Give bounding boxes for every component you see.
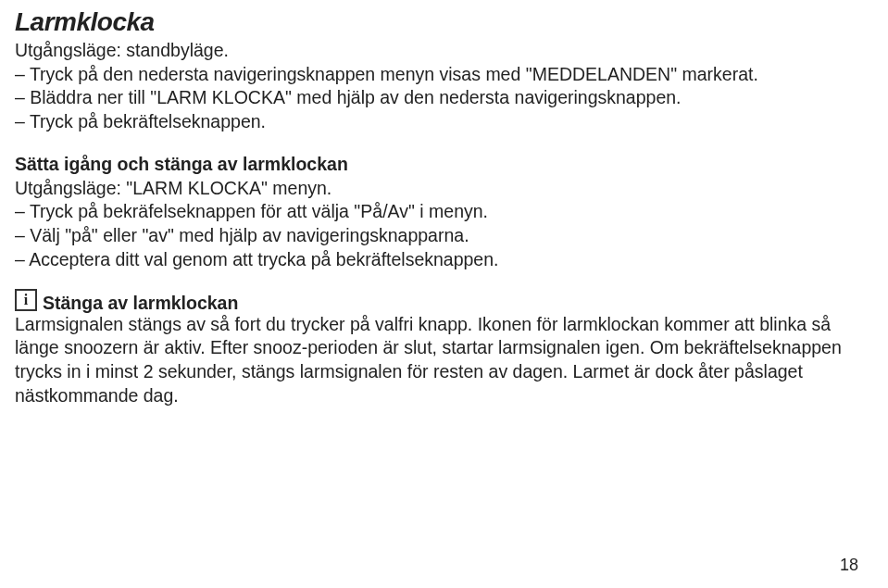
intro-line: Utgångsläge: standbyläge.: [15, 39, 858, 63]
section-title: Larmklocka: [15, 7, 858, 37]
page-number: 18: [840, 556, 858, 575]
intro-line: – Tryck på bekräftelseknappen.: [15, 110, 858, 134]
subheading-start-stop: Sätta igång och stänga av larmklockan: [15, 153, 858, 177]
info-heading-row: i Stänga av larmklockan: [15, 291, 858, 313]
info-body: Larmsignalen stängs av så fort du trycke…: [15, 313, 858, 408]
info-heading: Stänga av larmklockan: [43, 294, 238, 313]
intro-block: Utgångsläge: standbyläge. – Tryck på den…: [15, 39, 858, 134]
section1-line: – Acceptera ditt val genom att trycka på…: [15, 248, 858, 272]
section1-line: – Tryck på bekräfelseknappen för att väl…: [15, 200, 858, 224]
info-icon: i: [15, 289, 37, 311]
section1-block: Utgångsläge: "LARM KLOCKA" menyn. – Tryc…: [15, 177, 858, 272]
section1-line: Utgångsläge: "LARM KLOCKA" menyn.: [15, 177, 858, 201]
intro-line: – Tryck på den nedersta navigeringsknapp…: [15, 63, 858, 87]
section1-line: – Välj "på" eller "av" med hjälp av navi…: [15, 224, 858, 248]
intro-line: – Bläddra ner till "LARM KLOCKA" med hjä…: [15, 86, 858, 110]
